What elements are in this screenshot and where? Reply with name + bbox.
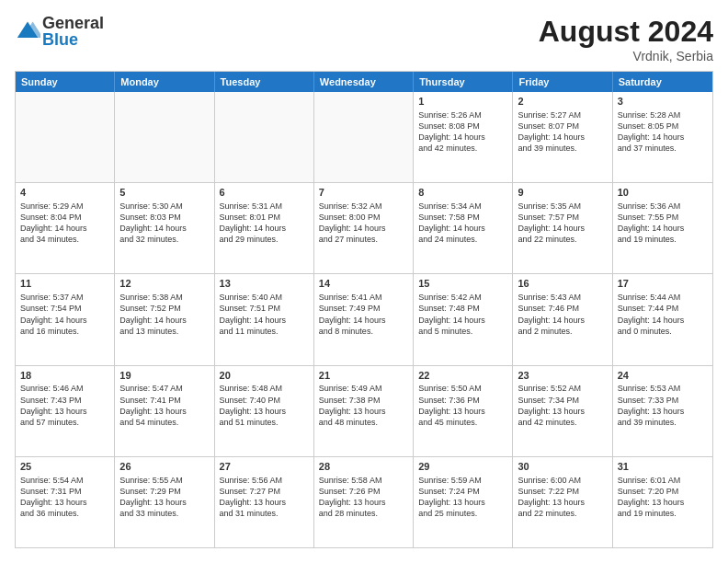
- day-info-line: Sunset: 7:24 PM: [418, 486, 507, 497]
- calendar-row-3: 11Sunrise: 5:37 AMSunset: 7:54 PMDayligh…: [16, 274, 712, 365]
- day-info-line: and 11 minutes.: [220, 326, 309, 337]
- day-info-line: Daylight: 14 hours: [518, 132, 607, 143]
- day-info-line: and 22 minutes.: [518, 508, 607, 519]
- day-info-line: Sunrise: 5:42 AM: [418, 292, 507, 303]
- day-cell-5: 5Sunrise: 5:30 AMSunset: 8:03 PMDaylight…: [115, 183, 214, 273]
- day-info-line: Sunrise: 5:26 AM: [418, 109, 507, 121]
- day-info-line: Daylight: 13 hours: [618, 406, 708, 417]
- day-info-line: Daylight: 14 hours: [418, 315, 507, 326]
- day-cell-17: 17Sunrise: 5:44 AMSunset: 7:44 PMDayligh…: [613, 274, 712, 364]
- day-info-line: Sunset: 7:29 PM: [119, 486, 209, 497]
- day-info-line: Sunrise: 5:37 AM: [20, 292, 109, 303]
- day-info-line: Daylight: 13 hours: [220, 497, 309, 508]
- day-info-line: Sunrise: 5:35 AM: [518, 201, 607, 212]
- day-info-line: and 29 minutes.: [220, 234, 309, 245]
- day-info-line: and 13 minutes.: [119, 326, 209, 337]
- calendar-row-1: 1Sunrise: 5:26 AMSunset: 8:08 PMDaylight…: [16, 92, 712, 183]
- day-info-line: and 19 minutes.: [618, 508, 708, 519]
- day-info-line: and 8 minutes.: [319, 326, 408, 337]
- day-info-line: Daylight: 14 hours: [618, 223, 708, 234]
- day-info-line: Sunset: 7:26 PM: [319, 486, 408, 497]
- day-cell-1: 1Sunrise: 5:26 AMSunset: 8:08 PMDaylight…: [414, 92, 513, 182]
- day-info-line: Sunset: 7:49 PM: [319, 303, 408, 314]
- day-cell-16: 16Sunrise: 5:43 AMSunset: 7:46 PMDayligh…: [513, 274, 612, 364]
- day-cell-13: 13Sunrise: 5:40 AMSunset: 7:51 PMDayligh…: [215, 274, 314, 364]
- day-number: 17: [618, 277, 708, 291]
- day-number: 9: [518, 186, 607, 200]
- calendar-row-2: 4Sunrise: 5:29 AMSunset: 8:04 PMDaylight…: [16, 183, 712, 274]
- day-info-line: Sunset: 7:55 PM: [618, 212, 708, 223]
- day-info-line: Sunrise: 5:48 AM: [220, 383, 309, 394]
- day-info-line: Sunset: 7:33 PM: [618, 395, 708, 406]
- day-info-line: Daylight: 14 hours: [418, 132, 507, 143]
- day-number: 13: [220, 277, 309, 291]
- empty-cell: [16, 92, 115, 182]
- day-number: 7: [319, 186, 408, 200]
- logo: General Blue: [15, 15, 104, 48]
- day-cell-25: 25Sunrise: 5:54 AMSunset: 7:31 PMDayligh…: [16, 457, 115, 547]
- day-number: 5: [119, 186, 209, 200]
- calendar-body: 1Sunrise: 5:26 AMSunset: 8:08 PMDaylight…: [16, 92, 712, 547]
- day-cell-29: 29Sunrise: 5:59 AMSunset: 7:24 PMDayligh…: [414, 457, 513, 547]
- calendar: SundayMondayTuesdayWednesdayThursdayFrid…: [15, 71, 713, 548]
- day-info-line: and 32 minutes.: [119, 234, 209, 245]
- day-info-line: Daylight: 14 hours: [518, 315, 607, 326]
- day-info-line: and 27 minutes.: [319, 234, 408, 245]
- day-info-line: Sunset: 7:31 PM: [20, 486, 109, 497]
- day-info-line: and 25 minutes.: [418, 508, 507, 519]
- day-info-line: Daylight: 13 hours: [220, 406, 309, 417]
- day-cell-6: 6Sunrise: 5:31 AMSunset: 8:01 PMDaylight…: [215, 183, 314, 273]
- day-info-line: and 42 minutes.: [418, 143, 507, 154]
- day-info-line: Sunset: 7:40 PM: [220, 395, 309, 406]
- day-info-line: Sunrise: 5:41 AM: [319, 292, 408, 303]
- day-number: 16: [518, 277, 607, 291]
- day-info-line: Daylight: 13 hours: [518, 497, 607, 508]
- day-info-line: Sunrise: 5:28 AM: [618, 109, 708, 121]
- day-info-line: Daylight: 13 hours: [20, 497, 109, 508]
- day-info-line: Sunset: 8:08 PM: [418, 121, 507, 132]
- day-info-line: Daylight: 14 hours: [319, 315, 408, 326]
- day-info-line: Daylight: 13 hours: [418, 406, 507, 417]
- day-cell-19: 19Sunrise: 5:47 AMSunset: 7:41 PMDayligh…: [115, 366, 214, 456]
- day-number: 28: [319, 460, 408, 474]
- weekday-header-thursday: Thursday: [414, 72, 513, 92]
- day-number: 10: [618, 186, 708, 200]
- day-info-line: Daylight: 13 hours: [518, 406, 607, 417]
- day-info-line: Sunset: 8:03 PM: [119, 212, 209, 223]
- day-number: 29: [418, 460, 507, 474]
- day-cell-15: 15Sunrise: 5:42 AMSunset: 7:48 PMDayligh…: [414, 274, 513, 364]
- weekday-header-monday: Monday: [115, 72, 214, 92]
- day-number: 21: [319, 369, 408, 383]
- day-number: 8: [418, 186, 507, 200]
- day-info-line: Sunset: 8:01 PM: [220, 212, 309, 223]
- day-cell-2: 2Sunrise: 5:27 AMSunset: 8:07 PMDaylight…: [513, 92, 612, 182]
- day-info-line: Daylight: 14 hours: [418, 223, 507, 234]
- day-info-line: Sunset: 7:20 PM: [618, 486, 708, 497]
- day-number: 26: [119, 460, 209, 474]
- day-number: 19: [119, 369, 209, 383]
- day-info-line: Sunset: 7:48 PM: [418, 303, 507, 314]
- day-info-line: Sunrise: 5:27 AM: [518, 109, 607, 121]
- day-info-line: and 37 minutes.: [618, 143, 708, 154]
- day-info-line: Sunrise: 5:29 AM: [20, 201, 109, 212]
- day-info-line: Sunrise: 5:31 AM: [220, 201, 309, 212]
- day-info-line: Sunrise: 5:59 AM: [418, 475, 507, 486]
- day-info-line: and 51 minutes.: [220, 417, 309, 428]
- day-info-line: and 28 minutes.: [319, 508, 408, 519]
- day-info-line: Sunset: 8:04 PM: [20, 212, 109, 223]
- day-info-line: and 24 minutes.: [418, 234, 507, 245]
- day-info-line: Daylight: 14 hours: [220, 223, 309, 234]
- day-info-line: Daylight: 14 hours: [319, 223, 408, 234]
- day-info-line: Sunset: 7:58 PM: [418, 212, 507, 223]
- logo-icon: [15, 18, 40, 44]
- day-number: 11: [20, 277, 109, 291]
- day-cell-22: 22Sunrise: 5:50 AMSunset: 7:36 PMDayligh…: [414, 366, 513, 456]
- day-info-line: and 31 minutes.: [220, 508, 309, 519]
- empty-cell: [215, 92, 314, 182]
- day-info-line: Daylight: 14 hours: [119, 315, 209, 326]
- header: General Blue August 2024 Vrdnik, Serbia: [15, 15, 713, 63]
- day-info-line: Daylight: 13 hours: [20, 406, 109, 417]
- day-info-line: Sunrise: 5:36 AM: [618, 201, 708, 212]
- day-number: 12: [119, 277, 209, 291]
- day-cell-20: 20Sunrise: 5:48 AMSunset: 7:40 PMDayligh…: [215, 366, 314, 456]
